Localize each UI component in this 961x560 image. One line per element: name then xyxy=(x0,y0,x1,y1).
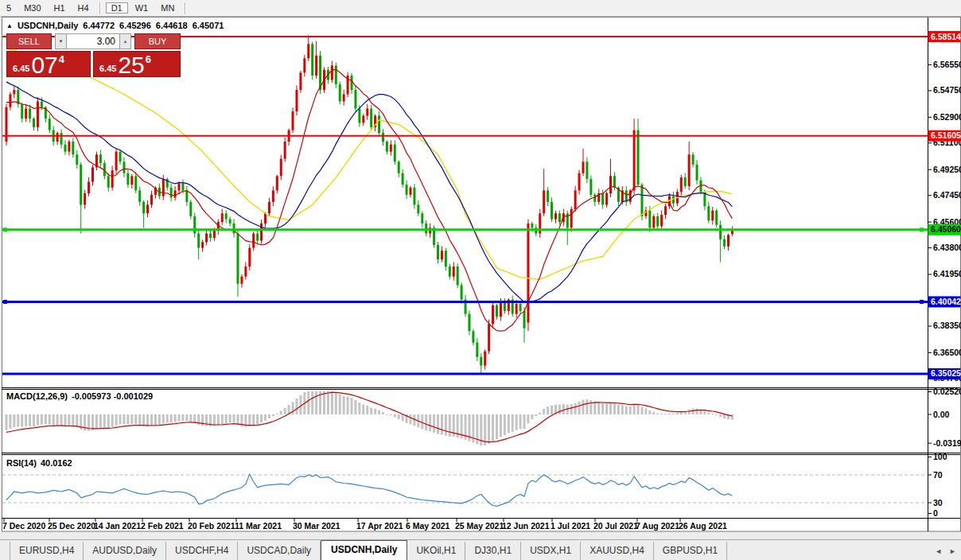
toolbar-separator xyxy=(185,2,186,14)
svg-text:6.56550: 6.56550 xyxy=(933,60,961,69)
price-chart-canvas: 6.565506.547506.529006.511006.492506.474… xyxy=(0,0,961,560)
toolbar-separator xyxy=(99,2,101,14)
rsi-value: 40.0162 xyxy=(41,458,72,468)
sell-button[interactable]: SELL xyxy=(6,33,52,49)
svg-text:30: 30 xyxy=(933,498,943,508)
svg-text:17 Apr 2021: 17 Apr 2021 xyxy=(356,521,403,531)
chart-tab-usdcnh-daily[interactable]: USDCNH,Daily xyxy=(321,540,407,560)
svg-text:6.38350: 6.38350 xyxy=(933,321,961,330)
ohlc-low: 6.44618 xyxy=(156,21,188,30)
level-handle[interactable] xyxy=(3,300,7,304)
svg-text:6.35025: 6.35025 xyxy=(931,368,961,378)
chart-tab-xauusd-h4[interactable]: XAUUSD,H4 xyxy=(581,542,654,560)
rsi-pane xyxy=(2,455,928,518)
svg-text:11 Mar 2021: 11 Mar 2021 xyxy=(235,521,282,531)
svg-text:70: 70 xyxy=(933,470,943,480)
svg-text:25 Dec 2020: 25 Dec 2020 xyxy=(48,521,95,531)
svg-text:6.36500: 6.36500 xyxy=(933,348,961,357)
svg-text:20 Feb 2021: 20 Feb 2021 xyxy=(188,521,235,531)
tab-scroll-right-icon[interactable]: ► xyxy=(949,547,956,555)
macd-values: -0.005973 -0.001029 xyxy=(72,391,153,401)
chart-tab-usdchf-h4[interactable]: USDCHF,H4 xyxy=(166,542,238,560)
svg-text:7 Dec 2020: 7 Dec 2020 xyxy=(2,521,45,531)
tab-scroll-left-icon[interactable]: ◄ xyxy=(935,547,942,555)
sell-price-pip: 4 xyxy=(59,53,64,65)
svg-text:0.00: 0.00 xyxy=(933,410,950,419)
ohlc-high: 6.45296 xyxy=(119,21,151,30)
svg-text:6 May 2021: 6 May 2021 xyxy=(406,521,450,531)
timeframe-button-w1[interactable]: W1 xyxy=(130,2,154,14)
chart-tab-gbpusd-h1[interactable]: GBPUSD,H1 xyxy=(654,542,727,560)
sell-price-big: 07 xyxy=(31,54,57,76)
timeframe-button-h4[interactable]: H4 xyxy=(72,2,95,14)
volume-increase-button[interactable]: ▲ xyxy=(119,33,131,49)
timeframe-button-d1[interactable]: D1 xyxy=(106,2,128,14)
timeframe-button-mn[interactable]: MN xyxy=(155,2,180,14)
svg-text:6.51605: 6.51605 xyxy=(931,130,961,140)
chart-tab-usdcad-daily[interactable]: USDCAD,Daily xyxy=(238,542,321,560)
timeframe-toolbar: 5M30H1H4D1W1MN xyxy=(0,0,961,17)
collapse-panel-icon[interactable]: ▲ xyxy=(6,22,13,29)
one-click-trade-panel: SELL ▼ 3.00 ▲ BUY 6.45 07 4 6.45 25 6 xyxy=(6,33,181,77)
timeframe-button-m30[interactable]: M30 xyxy=(18,2,46,14)
chart-tab-usdx-h1[interactable]: USDX,H1 xyxy=(521,542,581,560)
svg-text:26 Aug 2021: 26 Aug 2021 xyxy=(679,521,727,531)
svg-text:1 Jul 2021: 1 Jul 2021 xyxy=(551,521,590,531)
ohlc-open: 6.44772 xyxy=(83,21,115,30)
buy-price-big: 25 xyxy=(118,54,144,76)
chart-tabs-bar: EURUSD,H4AUDUSD,DailyUSDCHF,H4USDCAD,Dai… xyxy=(0,539,961,560)
svg-text:6.43800: 6.43800 xyxy=(933,243,961,252)
level-handle[interactable] xyxy=(3,228,7,231)
rsi-name: RSI(14) xyxy=(6,458,37,468)
volume-input[interactable]: 3.00 xyxy=(67,33,119,49)
svg-text:6.47450: 6.47450 xyxy=(933,190,961,200)
svg-text:20 Jul 2021: 20 Jul 2021 xyxy=(593,521,638,531)
svg-text:100: 100 xyxy=(933,452,947,461)
macd-indicator-label: MACD(12,26,9) -0.005973 -0.001029 xyxy=(6,391,153,401)
volume-decrease-button[interactable]: ▼ xyxy=(55,33,67,49)
date-axis-labels: 7 Dec 202025 Dec 202014 Jan 20212 Feb 20… xyxy=(2,519,727,531)
chart-tab-ukoil-h1[interactable]: UKOil,H1 xyxy=(407,542,465,560)
svg-text:14 Jan 2021: 14 Jan 2021 xyxy=(94,521,141,531)
chart-tab-audusd-daily[interactable]: AUDUSD,Daily xyxy=(84,542,166,560)
svg-text:6.54750: 6.54750 xyxy=(933,85,961,95)
buy-price-pip: 6 xyxy=(146,53,151,65)
svg-text:6.40042: 6.40042 xyxy=(931,297,961,306)
buy-button[interactable]: BUY xyxy=(134,33,181,49)
svg-text:0.025209: 0.025209 xyxy=(933,387,961,396)
chart-title: ▲ USDCNH,Daily 6.44772 6.45296 6.44618 6… xyxy=(6,21,224,30)
svg-text:2 Feb 2021: 2 Feb 2021 xyxy=(141,521,184,531)
timeframe-button-h1[interactable]: H1 xyxy=(49,2,71,14)
svg-text:6.49250: 6.49250 xyxy=(933,165,961,174)
timeframe-button-5[interactable]: 5 xyxy=(1,2,17,14)
sell-price-box[interactable]: 6.45 07 4 xyxy=(6,51,91,77)
level-handle[interactable] xyxy=(920,300,924,304)
rsi-indicator-label: RSI(14) 40.0162 xyxy=(6,458,72,468)
tab-scroll-arrows: ◄ ► xyxy=(935,547,956,555)
spin-up-icon: ▲ xyxy=(123,39,128,44)
svg-text:6.52900: 6.52900 xyxy=(933,112,961,122)
svg-text:7 Aug 2021: 7 Aug 2021 xyxy=(636,521,679,531)
chart-tab-eurusd-h4[interactable]: EURUSD,H4 xyxy=(10,542,84,560)
svg-text:6.41950: 6.41950 xyxy=(933,269,961,278)
chart-tab-dj30-h1[interactable]: DJ30,H1 xyxy=(465,542,521,560)
chart-symbol-period: USDCNH,Daily xyxy=(18,21,78,30)
svg-text:12 Jun 2021: 12 Jun 2021 xyxy=(502,521,550,531)
spin-down-icon: ▼ xyxy=(59,39,64,44)
svg-text:6.58514: 6.58514 xyxy=(931,32,961,41)
buy-price-box[interactable]: 6.45 25 6 xyxy=(93,51,181,77)
svg-text:6.45060: 6.45060 xyxy=(931,224,961,234)
svg-text:-0.031994: -0.031994 xyxy=(933,438,961,448)
level-handle[interactable] xyxy=(920,228,924,231)
macd-name: MACD(12,26,9) xyxy=(6,391,68,401)
ohlc-close: 6.45071 xyxy=(193,21,224,30)
svg-text:25 May 2021: 25 May 2021 xyxy=(455,521,504,531)
svg-text:30 Mar 2021: 30 Mar 2021 xyxy=(293,521,340,531)
svg-text:0: 0 xyxy=(933,508,938,518)
buy-price-prefix: 6.45 xyxy=(99,64,116,73)
sell-price-prefix: 6.45 xyxy=(13,64,29,73)
